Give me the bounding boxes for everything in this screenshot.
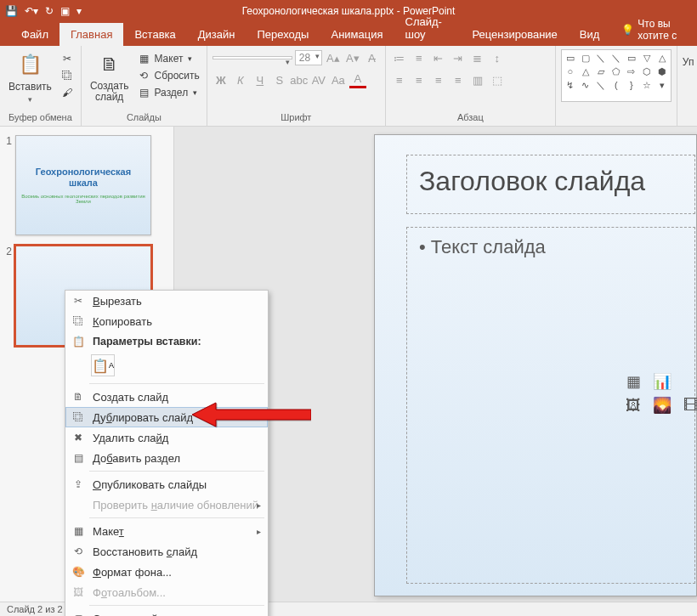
font-group-label: Шрифт	[212, 110, 380, 126]
redo-icon[interactable]: ↻	[45, 5, 54, 17]
layout-icon: ▦	[71, 524, 86, 538]
body-placeholder[interactable]: Текст слайда ▦ 📊 🖼 🌄 🎞	[406, 227, 695, 584]
title-placeholder[interactable]: Заголовок слайда	[406, 155, 695, 214]
copy-icon: ⿻	[60, 69, 74, 82]
publish-icon: ⇪	[71, 478, 86, 491]
ctx-format-background[interactable]: 🎨Формат фона...	[65, 562, 268, 582]
qat-more-icon[interactable]: ▾	[76, 5, 82, 17]
strikethrough-button[interactable]: S	[271, 71, 288, 88]
ribbon: 📋 Вставить ▾ ✂ ⿻ 🖌 Буфер обмена 🗎 Создат…	[0, 46, 697, 127]
shadow-button[interactable]: abc	[291, 71, 308, 88]
paste-keep-formatting[interactable]: 📋A	[91, 354, 115, 376]
insert-online-picture-icon[interactable]: 🌄	[650, 396, 674, 415]
columns-button[interactable]: ▥	[469, 71, 486, 88]
indent-left-button[interactable]: ⇤	[430, 49, 447, 66]
paragraph-group-label: Абзац	[391, 110, 550, 126]
font-size-combo[interactable]: 28	[295, 50, 322, 65]
tab-design[interactable]: Дизайн	[187, 23, 246, 46]
content-placeholder-icons[interactable]: ▦ 📊 🖼 🌄 🎞	[621, 372, 697, 415]
line-spacing-button[interactable]: ≣	[469, 49, 486, 66]
save-icon[interactable]: 💾	[5, 5, 18, 17]
cut-button[interactable]: ✂	[59, 51, 76, 66]
tell-me-search[interactable]: 💡 Что вы хотите с	[617, 14, 697, 46]
photo-album-icon: 🖼	[71, 585, 86, 599]
ctx-copy[interactable]: ⿻Копировать	[65, 311, 268, 331]
tab-transitions[interactable]: Переходы	[246, 23, 320, 46]
insert-table-icon[interactable]: ▦	[621, 372, 645, 391]
section-icon: ▤	[71, 451, 86, 465]
title-bar: 💾 ↶▾ ↻ ▣ ▾ Геохронологическая шкала.pptx…	[0, 0, 697, 21]
decrease-font-button[interactable]: A▾	[344, 49, 361, 66]
ctx-hide-slide[interactable]: ▢Скрыть слайд	[65, 608, 268, 616]
align-left-button[interactable]: ≡	[391, 71, 408, 88]
drawing-group-label	[561, 121, 672, 126]
clipboard-icon: 📋	[16, 51, 43, 78]
insert-video-icon[interactable]: 🎞	[679, 396, 697, 415]
layout-button[interactable]: ▦Макет▾	[135, 51, 201, 66]
group-slides: 🗎 Создать слайд ▦Макет▾ ⟲Сбросить ▤Разде…	[82, 46, 207, 126]
insert-picture-icon[interactable]: 🖼	[621, 396, 645, 415]
undo-icon[interactable]: ↶▾	[25, 5, 38, 17]
group-editing: Уп	[677, 46, 696, 126]
ctx-paste-options-label: 📋Параметры вставки:	[65, 331, 268, 352]
copy-icon: ⿻	[71, 314, 86, 328]
ctx-publish-slides[interactable]: ⇪Опубликовать слайды	[65, 474, 268, 494]
bullets-button[interactable]: ≔	[391, 49, 408, 66]
slide-context-menu: ✂ВВырезатьырезать ⿻Копировать 📋Параметры…	[65, 290, 269, 616]
new-slide-label: Создать слайд	[90, 81, 129, 103]
reset-icon: ⟲	[137, 69, 150, 82]
ctx-layout[interactable]: ▦Макет▸	[65, 521, 268, 541]
bulb-icon: 💡	[621, 24, 634, 36]
align-center-button[interactable]: ≡	[411, 71, 428, 88]
ctx-add-section[interactable]: ▤Добавить раздел	[65, 448, 268, 468]
ctx-reset-slide[interactable]: ⟲Восстановить слайд	[65, 541, 268, 562]
paste-button[interactable]: 📋 Вставить ▾	[5, 49, 55, 105]
tab-review[interactable]: Рецензирование	[461, 23, 568, 46]
format-bg-icon: 🎨	[71, 565, 86, 579]
slide-counter: Слайд 2 из 2	[7, 604, 63, 614]
case-button[interactable]: Aa	[330, 71, 347, 88]
copy-button[interactable]: ⿻	[59, 68, 76, 83]
align-right-button[interactable]: ≡	[430, 71, 447, 88]
tab-view[interactable]: Вид	[569, 23, 611, 46]
tab-home[interactable]: Главная	[60, 23, 123, 46]
format-painter-button[interactable]: 🖌	[59, 85, 76, 100]
group-clipboard: 📋 Вставить ▾ ✂ ⿻ 🖌 Буфер обмена	[0, 46, 82, 126]
group-paragraph: ≔ ≡ ⇤ ⇥ ≣ ↕ ≡ ≡ ≡ ≡ ▥ ⬚ Абзац	[386, 46, 556, 126]
tab-animations[interactable]: Анимация	[320, 23, 394, 46]
bold-button[interactable]: Ж	[212, 71, 230, 88]
paste-label: Вставить	[8, 81, 52, 93]
new-slide-icon: 🗎	[96, 51, 123, 78]
font-family-combo[interactable]	[212, 56, 292, 59]
font-color-button[interactable]: A	[349, 71, 366, 88]
layout-icon: ▦	[137, 52, 150, 65]
section-button[interactable]: ▤Раздел▾	[135, 85, 201, 100]
thumb-number: 2	[3, 246, 12, 346]
underline-button[interactable]: Ч	[252, 71, 269, 88]
numbering-button[interactable]: ≡	[411, 49, 428, 66]
ctx-photo-album: 🖼Фотоальбом...	[65, 582, 268, 602]
indent-right-button[interactable]: ⇥	[450, 49, 467, 66]
italic-button[interactable]: К	[232, 71, 249, 88]
new-slide-button[interactable]: 🗎 Создать слайд	[87, 49, 133, 105]
slideshow-icon[interactable]: ▣	[60, 5, 70, 17]
justify-button[interactable]: ≡	[450, 71, 467, 88]
reset-button[interactable]: ⟲Сбросить	[135, 68, 201, 83]
window-title: Геохронологическая шкала.pptx - PowerPoi…	[242, 5, 456, 17]
tab-insert[interactable]: Вставка	[123, 23, 186, 46]
hide-slide-icon: ▢	[71, 612, 86, 616]
clear-format-button[interactable]: A̶	[364, 49, 381, 66]
insert-chart-icon[interactable]: 📊	[650, 372, 674, 391]
slide-thumbnail-1[interactable]: Геохронологическая шкала Восемь основных…	[15, 135, 151, 235]
smartart-button[interactable]: ⬚	[489, 71, 506, 88]
ctx-cut[interactable]: ✂ВВырезатьырезать	[65, 291, 268, 311]
spacing-button[interactable]: AV	[310, 71, 327, 88]
brush-icon: 🖌	[60, 86, 74, 99]
scissors-icon: ✂	[71, 294, 86, 308]
thumb-number: 1	[3, 135, 12, 235]
ribbon-tabs: Файл Главная Вставка Дизайн Переходы Ани…	[0, 21, 697, 46]
tab-file[interactable]: Файл	[10, 23, 60, 46]
increase-font-button[interactable]: A▴	[325, 49, 342, 66]
shapes-gallery[interactable]: ▭▢＼＼▭▽△ ○△▱⬠⇨⬡⬢ ↯∿＼(}☆▾	[561, 49, 672, 102]
text-direction-button[interactable]: ↕	[489, 49, 506, 66]
